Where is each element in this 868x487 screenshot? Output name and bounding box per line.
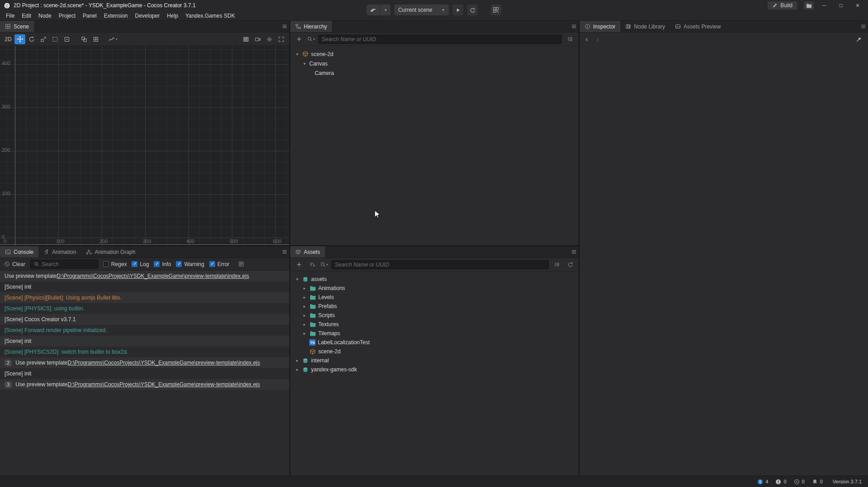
console-log-row[interactable]: [Scene] init bbox=[0, 281, 289, 292]
hierarchy-node-camera[interactable]: Camera bbox=[290, 68, 579, 78]
console-log-row[interactable]: 3Use preview template D:\Programms\Cocos… bbox=[0, 379, 289, 390]
chevron-right-icon[interactable]: ▸ bbox=[302, 286, 307, 290]
pin-icon[interactable] bbox=[854, 34, 863, 44]
menu-extension[interactable]: Extension bbox=[100, 13, 132, 19]
asset-item-yandex-games-sdk[interactable]: ▸ yandex-games-sdk bbox=[290, 365, 579, 374]
open-build-folder-button[interactable] bbox=[803, 1, 814, 10]
scene-viewport[interactable]: 400 300 200 100 0 0 100 200 300 400 500 … bbox=[0, 46, 289, 245]
play-button[interactable] bbox=[453, 5, 463, 15]
menu-developer[interactable]: Developer bbox=[131, 13, 163, 19]
chevron-right-icon[interactable]: ▸ bbox=[295, 367, 300, 372]
console-log-row[interactable]: [Scene] init bbox=[0, 336, 289, 347]
checkbox-checked-icon[interactable] bbox=[176, 261, 182, 267]
chevron-down-icon[interactable]: ▾ bbox=[295, 52, 300, 56]
filter-log[interactable]: Log bbox=[132, 261, 149, 267]
asset-item-folder[interactable]: ▸ Levels bbox=[290, 293, 579, 302]
move-tool-button[interactable] bbox=[14, 34, 25, 44]
assets-search-input[interactable] bbox=[335, 262, 545, 268]
close-button[interactable]: × bbox=[851, 2, 864, 9]
create-asset-button[interactable] bbox=[294, 260, 304, 270]
hierarchy-node-scene-2d[interactable]: ▾ scene-2d bbox=[290, 49, 579, 59]
console-log-row[interactable]: Use preview template D:\Programms\CocosP… bbox=[0, 271, 289, 281]
checkbox-unchecked-icon[interactable] bbox=[103, 261, 109, 267]
log-file-link[interactable]: D:\Programms\CocosProjects\YSDK_ExampleG… bbox=[68, 360, 260, 366]
asset-item-folder[interactable]: ▸ Prefabs bbox=[290, 302, 579, 311]
error-message-count[interactable]: 0 bbox=[794, 479, 805, 485]
search-type-button[interactable]: ▾ bbox=[307, 36, 315, 42]
tab-inspector[interactable]: Inspector bbox=[580, 21, 620, 32]
chevron-right-icon[interactable]: ▸ bbox=[302, 322, 307, 327]
fullscreen-button[interactable] bbox=[276, 34, 287, 44]
console-warning-row[interactable]: [Scene] [Physics][Bullet]: Using asmjs B… bbox=[0, 292, 289, 303]
menu-panel[interactable]: Panel bbox=[79, 13, 100, 19]
log-file-link[interactable]: D:\Programms\CocosProjects\YSDK_ExampleG… bbox=[57, 273, 249, 279]
scale-tool-button[interactable] bbox=[38, 34, 49, 44]
menu-yandex-games-sdk[interactable]: Yandex.Games SDK bbox=[182, 13, 239, 19]
checkbox-checked-icon[interactable] bbox=[132, 261, 137, 267]
search-type-button[interactable]: ▾ bbox=[320, 262, 328, 267]
filter-warning[interactable]: Warning bbox=[176, 261, 204, 267]
hierarchy-panel-menu-icon[interactable] bbox=[569, 22, 579, 32]
filter-regex[interactable]: Regex bbox=[103, 261, 127, 267]
2d-3d-toggle-button[interactable]: 2D bbox=[3, 34, 14, 44]
create-node-button[interactable] bbox=[294, 34, 304, 44]
console-search-box[interactable] bbox=[30, 260, 98, 269]
asset-item-folder[interactable]: ▸ Animations bbox=[290, 284, 579, 293]
menu-file[interactable]: File bbox=[2, 13, 18, 19]
console-log-row[interactable]: [Scene] init bbox=[0, 368, 289, 379]
asset-item-internal[interactable]: ▸ internal bbox=[290, 356, 579, 365]
chevron-right-icon[interactable]: ▸ bbox=[302, 304, 307, 309]
grid-visibility-button[interactable] bbox=[241, 34, 251, 44]
rotate-tool-button[interactable] bbox=[26, 34, 37, 44]
asset-item-assets[interactable]: ▾ assets bbox=[290, 275, 579, 284]
menu-help[interactable]: Help bbox=[163, 13, 182, 19]
hierarchy-list-options-icon[interactable] bbox=[565, 34, 575, 44]
tab-animation-graph[interactable]: Animation Graph bbox=[81, 246, 140, 258]
wrap-lines-icon[interactable] bbox=[236, 259, 246, 269]
console-log-row[interactable]: 2Use preview template D:\Programms\Cocos… bbox=[0, 357, 289, 368]
hierarchy-search-box[interactable] bbox=[318, 35, 562, 44]
gizmo-coordinate-button[interactable] bbox=[90, 34, 101, 44]
assets-search-box[interactable] bbox=[331, 260, 549, 269]
menu-project[interactable]: Project bbox=[55, 13, 79, 19]
console-info-row[interactable]: [Scene] [PHYSICS]: using builtin. bbox=[0, 303, 289, 314]
tab-animation[interactable]: Animation bbox=[38, 246, 81, 258]
preview-scene-select[interactable]: Current scene ▼ bbox=[394, 5, 449, 15]
anchor-tool-button[interactable] bbox=[61, 34, 72, 44]
scene-settings-gear-icon[interactable] bbox=[264, 34, 275, 44]
tab-assets-preview[interactable]: Assets Preview bbox=[670, 21, 726, 32]
filter-info[interactable]: Info bbox=[154, 261, 171, 267]
console-log-row[interactable]: [Scene] Cocos Creator v3.7.1 bbox=[0, 314, 289, 325]
asset-item-folder[interactable]: ▸ Scripts bbox=[290, 311, 579, 320]
menu-node[interactable]: Node bbox=[35, 13, 55, 19]
chevron-down-icon[interactable]: ▾ bbox=[295, 277, 300, 281]
sort-assets-icon[interactable] bbox=[307, 260, 317, 270]
clear-console-button[interactable]: Clear bbox=[4, 261, 25, 267]
curve-editor-button[interactable]: ▾ bbox=[108, 34, 118, 44]
console-info-row[interactable]: [Scene] Forward render pipeline initiali… bbox=[0, 325, 289, 336]
chevron-right-icon[interactable]: ▸ bbox=[295, 358, 300, 363]
chevron-right-icon[interactable]: ▸ bbox=[302, 313, 307, 318]
hierarchy-search-input[interactable] bbox=[322, 36, 558, 42]
hierarchy-node-canvas[interactable]: ▾ Canvas bbox=[290, 59, 579, 68]
tab-hierarchy[interactable]: Hierarchy bbox=[290, 21, 332, 32]
history-forward-icon[interactable]: › bbox=[595, 35, 600, 43]
console-search-input[interactable] bbox=[42, 261, 94, 267]
log-file-link[interactable]: D:\Programms\CocosProjects\YSDK_ExampleG… bbox=[68, 381, 260, 388]
chevron-down-icon[interactable]: ▼ bbox=[380, 5, 391, 15]
checkbox-checked-icon[interactable] bbox=[154, 261, 160, 267]
assets-panel-menu-icon[interactable] bbox=[569, 247, 579, 257]
console-info-row[interactable]: [Scene] [PHYSICS2D]: switch from builtin… bbox=[0, 347, 289, 357]
tab-scene[interactable]: Scene bbox=[0, 21, 34, 32]
rect-tool-button[interactable] bbox=[50, 34, 61, 44]
scene-panel-menu-icon[interactable] bbox=[279, 22, 289, 32]
gizmo-pivot-button[interactable] bbox=[79, 34, 90, 44]
asset-item-folder[interactable]: ▸ Textures bbox=[290, 320, 579, 329]
tab-assets[interactable]: Assets bbox=[290, 246, 325, 258]
maximize-button[interactable]: □ bbox=[834, 2, 848, 9]
assets-list-options-icon[interactable] bbox=[552, 260, 562, 270]
preview-target-button[interactable]: ▼ bbox=[367, 5, 391, 15]
filter-error[interactable]: Error bbox=[209, 261, 230, 267]
console-panel-menu-icon[interactable] bbox=[279, 247, 289, 257]
warning-message-count[interactable]: 0 bbox=[775, 479, 786, 485]
